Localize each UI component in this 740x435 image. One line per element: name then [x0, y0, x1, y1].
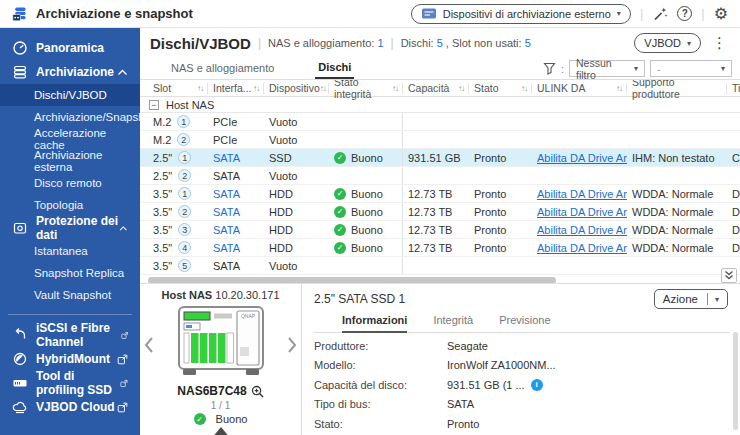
field-produttore: Produttore: Seagate [314, 336, 720, 356]
sidebar-item-hybridmount[interactable]: HybridMount [0, 347, 140, 371]
slot-number-badge: 3 [178, 223, 191, 236]
table-row[interactable]: 3.5"4 SATA HDD ✓Buono 12.73 TB Pronto Ab… [140, 239, 740, 257]
vjbod-button[interactable]: VJBOD ▾ [634, 33, 701, 53]
table-row[interactable]: 2.5"2 SATA Vuoto [140, 167, 740, 185]
nas-illustration[interactable]: QNAP [177, 305, 265, 383]
host-ip: 10.20.30.171 [215, 289, 279, 301]
help-icon[interactable]: ? [677, 6, 692, 21]
col-dispositivo[interactable]: Dispositivo↑↓ [264, 83, 329, 94]
external-device-icon [421, 7, 437, 20]
da-drive-analyzer-link[interactable]: Abilita DA Drive Analyz... [537, 206, 627, 218]
sidebar-item-archiviazione-snapshot[interactable]: Archiviazione/Snapshot [0, 106, 140, 128]
filter-icon[interactable] [543, 62, 556, 75]
col-ulink-da[interactable]: ULINK DA↑↓ [532, 83, 627, 94]
table-header: Slot↑↓ Interfa...↑↓ Dispositivo↑↓ Stato … [140, 80, 740, 97]
col-stato[interactable]: Stato↑↓ [469, 83, 532, 94]
filter-secondary-dropdown[interactable]: - ▾ [650, 60, 732, 77]
sidebar-item-ssd-profiling[interactable]: Tool di profiling SSD [0, 371, 140, 395]
da-drive-analyzer-link[interactable]: Abilita DA Drive Analyz... [537, 242, 627, 254]
vertical-scrollbar[interactable] [733, 332, 738, 430]
external-devices-button[interactable]: Dispositivi di archiviazione esterno ▾ [411, 4, 631, 24]
external-link-icon [120, 378, 128, 389]
vjbod-cloud-icon [12, 399, 28, 415]
detail-fields: Produttore: Seagate Modello: IronWolf ZA… [314, 336, 720, 435]
filter-dropdown[interactable]: Nessun filtro ▾ [569, 60, 645, 77]
external-link-icon [121, 330, 128, 341]
sidebar-item-accelerazione-cache[interactable]: Accelerazione cache [0, 128, 140, 150]
tab-informazioni[interactable]: Informazioni [342, 314, 407, 333]
tab-nas-alloggiamento[interactable]: NAS e alloggiamento [168, 60, 277, 78]
magic-wand-icon[interactable] [652, 6, 668, 22]
sidebar-item-vjbod-cloud[interactable]: VJBOD Cloud [0, 395, 140, 419]
col-interfaccia[interactable]: Interfa...↑↓ [208, 83, 264, 94]
slot-number-badge: 2 [178, 205, 191, 218]
tab-dischi[interactable]: Dischi [315, 59, 354, 79]
info-icon[interactable]: i [531, 379, 543, 391]
sidebar-item-label: Panoramica [36, 41, 104, 55]
sidebar-item-dischi-vjbod[interactable]: Dischi/VJBOD [0, 84, 140, 106]
app-icon [12, 6, 28, 22]
da-drive-analyzer-link[interactable]: Abilita DA Drive Analyz... [537, 188, 627, 200]
interface-link[interactable]: SATA [213, 224, 240, 236]
check-icon: ✓ [334, 152, 346, 164]
sidebar-item-iscsi[interactable]: iSCSI e Fibre Channel [0, 323, 140, 347]
tab-bar: NAS e alloggiamento Dischi : Nessun filt… [140, 58, 740, 80]
external-link-icon [117, 354, 128, 365]
interface-link[interactable]: SATA [213, 152, 240, 164]
table-row[interactable]: 3.5"2 SATA HDD ✓Buono 12.73 TB Pronto Ab… [140, 203, 740, 221]
sidebar-item-vault-snapshot[interactable]: Vault Snapshot [0, 284, 140, 306]
nas-brand-label: QNAP [240, 313, 255, 319]
interface-link[interactable]: SATA [213, 206, 240, 218]
topbar: Archiviazione e snapshot Dispositivi di … [0, 0, 740, 28]
app-title: Archiviazione e snapshot [36, 6, 193, 21]
double-chevron-down-icon[interactable] [721, 268, 737, 283]
table-row[interactable]: 3.5"3 SATA HDD ✓Buono 12.73 TB Pronto Ab… [140, 221, 740, 239]
table-row[interactable]: 3.5"1 SATA HDD ✓Buono 12.73 TB Pronto Ab… [140, 185, 740, 203]
sort-icon: ↑↓ [320, 84, 326, 93]
field-modello: Modello: IronWolf ZA1000NM... [314, 356, 720, 376]
pointer-triangle [211, 427, 231, 435]
action-button[interactable]: Azione ▾ [654, 289, 728, 309]
sidebar-item-disco-remoto[interactable]: Disco remoto [0, 172, 140, 194]
kebab-menu-icon[interactable]: ⋮ [709, 34, 730, 52]
zoom-in-icon[interactable] [251, 385, 264, 398]
col-capacita[interactable]: Capacità↑↓ [403, 83, 469, 94]
interface-link[interactable]: SATA [213, 242, 240, 254]
slot-number-badge: 2 [177, 133, 190, 146]
external-link-icon [117, 402, 128, 413]
col-slot[interactable]: Slot↑↓ [148, 83, 208, 94]
storage-icon [12, 64, 28, 80]
chevron-right-icon[interactable] [286, 336, 298, 354]
collapse-group-icon[interactable]: − [149, 100, 159, 110]
data-protection-icon [12, 220, 28, 236]
col-stato-integrita[interactable]: Stato integrità↑↓ [329, 83, 403, 94]
tab-previsione[interactable]: Previsione [499, 314, 550, 332]
sidebar-item-istantanea[interactable]: Istantanea [0, 240, 140, 262]
sidebar-item-panoramica[interactable]: Panoramica [0, 36, 140, 60]
tab-integrita[interactable]: Integrità [433, 314, 473, 332]
check-icon: ✓ [334, 206, 346, 218]
da-drive-analyzer-link[interactable]: Abilita DA Drive Analyz... [537, 224, 627, 236]
disk-detail: 2.5" SATA SSD 1 Azione ▾ Informazioni In… [302, 284, 740, 435]
gauge-icon [12, 40, 28, 56]
settings-gear-icon[interactable]: ⚙ [714, 6, 728, 22]
sidebar-item-snapshot-replica[interactable]: Snapshot Replica [0, 262, 140, 284]
sort-icon: ↑↓ [458, 84, 464, 93]
da-drive-analyzer-link[interactable]: Abilita DA Drive Analyz... [537, 152, 627, 164]
table-row[interactable]: M.22 PCIe Vuoto [140, 131, 740, 149]
sidebar-item-topologia[interactable]: Topologia [0, 194, 140, 216]
table-row[interactable]: 3.5"5 SATA Vuoto [140, 257, 740, 275]
interface-link[interactable]: SATA [213, 188, 240, 200]
check-icon: ✓ [334, 242, 346, 254]
sidebar-item-protezione-dati[interactable]: Protezione dei dati [0, 216, 140, 240]
col-supporto-produttore[interactable]: Supporto produttore [627, 83, 727, 94]
col-tipo[interactable]: Tipo [727, 83, 740, 94]
app-window: Archiviazione e snapshot Dispositivi di … [0, 0, 740, 435]
detail-tabs: Informazioni Integrità Previsione [314, 314, 730, 333]
sidebar-item-archiviazione[interactable]: Archiviazione [0, 60, 140, 84]
chevron-left-icon[interactable] [143, 336, 155, 354]
check-icon: ✓ [194, 413, 206, 425]
table-row-selected[interactable]: 2.5"1 SATA SSD ✓Buono 931.51 GB Pronto A… [140, 149, 740, 167]
table-row[interactable]: M.21 PCIe Vuoto [140, 113, 740, 131]
sidebar-item-archiviazione-esterna[interactable]: Archiviazione esterna [0, 150, 140, 172]
